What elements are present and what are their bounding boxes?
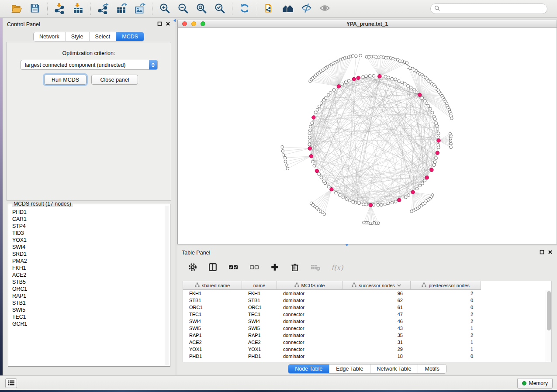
network-node[interactable] — [372, 74, 375, 77]
home-button[interactable] — [281, 2, 294, 15]
network-node[interactable] — [403, 82, 406, 85]
mcds-node[interactable] — [308, 147, 311, 150]
mcds-result-item[interactable]: STP4 — [9, 223, 164, 230]
network-node[interactable] — [401, 81, 404, 84]
export-image-button[interactable] — [133, 2, 146, 15]
network-node[interactable] — [316, 108, 319, 111]
network-node[interactable] — [437, 132, 440, 135]
network-node[interactable] — [308, 129, 311, 132]
network-node[interactable] — [429, 107, 432, 110]
network-node[interactable] — [380, 203, 383, 206]
network-node[interactable] — [281, 145, 284, 148]
mcds-result-item[interactable]: SWI5 — [9, 306, 164, 313]
network-node[interactable] — [397, 79, 400, 83]
network-node[interactable] — [309, 125, 312, 128]
network-node[interactable] — [308, 143, 311, 146]
tab-select[interactable]: Select — [89, 32, 116, 41]
network-node[interactable] — [387, 76, 390, 79]
close-panel-icon[interactable] — [548, 250, 553, 256]
network-node[interactable] — [433, 118, 436, 121]
network-node[interactable] — [351, 55, 354, 58]
table-scrollbar[interactable] — [546, 290, 551, 362]
network-node[interactable] — [404, 196, 407, 199]
network-node[interactable] — [427, 104, 430, 107]
network-node[interactable] — [365, 203, 368, 206]
mcds-result-item[interactable]: TEC1 — [9, 313, 164, 320]
network-node[interactable] — [311, 160, 315, 163]
mcds-node[interactable] — [315, 169, 318, 172]
network-node[interactable] — [284, 160, 287, 163]
window-zoom-traffic-light[interactable] — [201, 21, 205, 26]
network-node[interactable] — [409, 86, 412, 89]
import-network-button[interactable] — [53, 2, 66, 15]
network-node[interactable] — [347, 79, 350, 83]
mcds-result-item[interactable]: SRD1 — [9, 251, 164, 258]
network-node[interactable] — [387, 202, 390, 205]
mcds-node[interactable] — [411, 190, 415, 194]
close-panel-button[interactable]: Close panel — [91, 75, 138, 85]
network-node[interactable] — [308, 136, 311, 139]
column-header-name[interactable]: name — [242, 281, 277, 290]
table-row[interactable]: SWI4SWI4dominator462 — [183, 318, 551, 325]
network-node[interactable] — [368, 75, 371, 78]
network-node[interactable] — [310, 202, 313, 205]
mcds-result-item[interactable]: ORC1 — [9, 285, 164, 292]
tab-motifs[interactable]: Motifs — [418, 364, 446, 373]
mcds-node[interactable] — [356, 76, 360, 79]
memory-button[interactable]: Memory — [517, 378, 553, 389]
network-node[interactable] — [391, 77, 394, 80]
optimization-criterion-select[interactable]: largest connected component (undirected) — [21, 60, 158, 70]
network-node[interactable] — [391, 201, 394, 204]
network-node[interactable] — [284, 156, 287, 159]
table-row[interactable]: ORC1ORC1dominator610 — [183, 304, 551, 311]
show-graphics-details-button[interactable] — [318, 2, 331, 15]
run-mcds-button[interactable]: Run MCDS — [44, 75, 86, 85]
network-node[interactable] — [341, 83, 344, 86]
network-node[interactable] — [365, 75, 368, 78]
network-node[interactable] — [419, 184, 422, 187]
network-node[interactable] — [327, 185, 330, 188]
mcds-result-item[interactable]: RAP1 — [9, 292, 164, 299]
search-input[interactable] — [440, 4, 547, 13]
mcds-result-item[interactable]: ACE2 — [9, 272, 164, 279]
delete-column-icon[interactable] — [290, 262, 300, 273]
network-node[interactable] — [437, 146, 440, 149]
network-node[interactable] — [311, 122, 314, 125]
network-node[interactable] — [358, 202, 361, 205]
network-node[interactable] — [436, 127, 439, 131]
mcds-result-item[interactable]: STB1 — [9, 299, 164, 306]
mcds-node[interactable] — [430, 168, 433, 172]
table-row[interactable]: FKH1FKH1dominator962 — [183, 290, 551, 297]
settings-gear-icon[interactable] — [188, 262, 197, 273]
network-node[interactable] — [286, 167, 289, 170]
splitter-collapse-arrow[interactable] — [173, 19, 176, 22]
network-node[interactable] — [322, 180, 325, 183]
table-row[interactable]: PHD1PHD1dominator180 — [183, 353, 551, 360]
network-node[interactable] — [394, 200, 398, 203]
network-node[interactable] — [282, 154, 285, 157]
mcds-result-item[interactable]: FKH1 — [9, 265, 164, 272]
table-row[interactable]: STB1STB1dominator620 — [183, 297, 551, 304]
mcds-node[interactable] — [312, 116, 315, 119]
network-node[interactable] — [308, 132, 311, 135]
tab-node-table[interactable]: Node Table — [288, 364, 329, 373]
network-node[interactable] — [313, 164, 316, 167]
network-node[interactable] — [450, 146, 453, 149]
column-header-shared-name[interactable]: shared name — [183, 281, 242, 290]
network-node[interactable] — [394, 78, 397, 81]
column-header-MCDS-role[interactable]: MCDS role — [277, 281, 343, 290]
float-panel-icon[interactable] — [157, 21, 162, 28]
network-node[interactable] — [363, 221, 366, 224]
network-node[interactable] — [359, 54, 362, 57]
network-node[interactable] — [423, 179, 426, 182]
network-node[interactable] — [329, 91, 332, 94]
select-all-icon[interactable] — [228, 262, 239, 274]
mcds-node[interactable] — [337, 85, 340, 88]
table-row[interactable]: YOX1YOX1connector291 — [183, 346, 551, 353]
network-node[interactable] — [318, 173, 321, 176]
table-row[interactable]: RAP1RAP1dominator352 — [183, 332, 551, 339]
mcds-result-item[interactable]: PHD1 — [9, 209, 164, 216]
network-node[interactable] — [436, 124, 439, 127]
column-header-predecessor-nodes[interactable]: predecessor nodes — [411, 281, 481, 290]
mcds-node[interactable] — [436, 151, 439, 155]
